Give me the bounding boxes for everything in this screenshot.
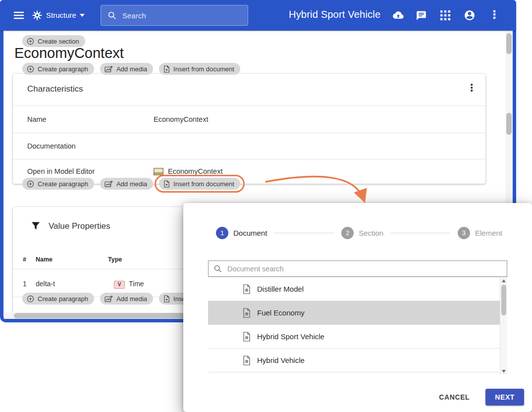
insert-from-document-button[interactable]: Insert from document — [159, 178, 240, 190]
step-connector — [391, 233, 450, 233]
scrollbar-thumb[interactable] — [506, 33, 512, 54]
scroll-up-arrow[interactable] — [502, 279, 506, 282]
add-media-icon — [105, 295, 113, 303]
insert-document-icon — [163, 180, 170, 188]
model-diagram-icon — [154, 168, 163, 175]
menu-icon[interactable] — [13, 9, 25, 21]
column-header-name: Name — [36, 256, 53, 263]
document-icon — [243, 284, 251, 294]
column-header-type: Type — [108, 256, 122, 263]
add-media-button[interactable]: Add media — [100, 63, 153, 75]
add-media-button[interactable]: Add media — [100, 293, 153, 305]
card-title: Characteristics — [27, 84, 83, 94]
list-item[interactable]: Distiller Model — [208, 277, 507, 301]
add-media-button[interactable]: Add media — [100, 178, 153, 190]
field-row-documentation: Documentation — [13, 133, 485, 159]
plus-circle-icon — [27, 65, 34, 73]
annotation-highlight-box: Insert from document — [155, 175, 245, 193]
field-row-name: Name EconomyContext — [13, 105, 485, 133]
card-title: Value Properties — [49, 221, 110, 231]
plus-circle-icon — [27, 180, 34, 188]
structure-gear-icon[interactable] — [31, 9, 43, 21]
create-section-button[interactable]: Create section — [22, 35, 85, 47]
create-paragraph-button[interactable]: Create paragraph — [22, 178, 94, 190]
card-menu-icon[interactable]: ⋮ — [467, 82, 477, 94]
type-badge: V — [114, 280, 125, 289]
list-item[interactable]: Hybrid Sport Vehicle — [208, 325, 507, 349]
plus-circle-icon — [27, 38, 34, 45]
step-section: 2 Section — [341, 227, 383, 239]
create-paragraph-button[interactable]: Create paragraph — [22, 63, 94, 75]
step-connector — [274, 233, 334, 233]
step-element: 3 Element — [458, 227, 502, 239]
cancel-button[interactable]: CANCEL — [437, 390, 472, 404]
search-icon — [107, 11, 116, 20]
scrollbar-thumb[interactable] — [506, 113, 512, 135]
filter-funnel-icon[interactable] — [31, 221, 41, 231]
list-scrollbar[interactable] — [500, 277, 507, 375]
dialog-stepper: 1 Document 2 Section 3 Element — [216, 227, 502, 239]
screen: Structure Hybrid Sport Vehicle — [0, 0, 532, 412]
characteristics-card: Characteristics ⋮ Name EconomyContext Do… — [13, 74, 485, 184]
insert-from-document-dialog: 1 Document 2 Section 3 Element — [183, 203, 532, 412]
appbar: Structure Hybrid Sport Vehicle — [0, 0, 516, 31]
step-2-circle: 2 — [341, 227, 354, 239]
add-media-icon — [105, 65, 113, 73]
scrollbar-thumb[interactable] — [501, 285, 506, 315]
step-1-circle: 1 — [216, 227, 228, 239]
global-search[interactable] — [101, 5, 248, 26]
document-search-input[interactable] — [226, 264, 507, 273]
account-icon[interactable] — [464, 9, 476, 21]
cloud-upload-icon[interactable] — [391, 10, 404, 20]
insert-from-document-button[interactable]: Insert from document — [159, 63, 240, 75]
plus-circle-icon — [27, 295, 34, 303]
search-input[interactable] — [121, 11, 237, 20]
create-paragraph-button[interactable]: Create paragraph — [22, 293, 94, 305]
comments-icon[interactable] — [416, 10, 427, 21]
column-header-num: # — [23, 256, 26, 263]
more-options-icon[interactable]: ⋮ — [489, 9, 499, 21]
search-icon — [213, 264, 222, 273]
model-editor-link[interactable]: EconomyContext — [154, 167, 222, 175]
insert-document-icon — [163, 65, 170, 73]
document-icon — [243, 308, 251, 318]
next-button[interactable]: NEXT — [485, 389, 524, 406]
insert-document-icon — [163, 295, 170, 303]
add-media-icon — [105, 180, 113, 188]
step-document: 1 Document — [216, 227, 267, 239]
list-item[interactable]: Hybrid Vehicle — [208, 349, 507, 372]
document-list: Distiller Model Fuel Economy Hybrid Spor… — [208, 277, 507, 375]
scroll-down-arrow[interactable] — [502, 370, 506, 373]
step-3-circle: 3 — [458, 227, 470, 239]
dialog-footer: CANCEL NEXT — [437, 389, 524, 406]
chevron-down-icon[interactable] — [80, 14, 85, 17]
document-icon — [243, 356, 251, 365]
document-title: Hybrid Sport Vehicle — [289, 9, 380, 20]
document-search-field[interactable] — [208, 260, 507, 277]
structure-menu-button[interactable]: Structure — [46, 11, 76, 19]
list-item-selected[interactable]: Fuel Economy — [208, 301, 507, 325]
document-icon — [243, 332, 251, 342]
apps-grid-icon[interactable] — [440, 10, 450, 20]
